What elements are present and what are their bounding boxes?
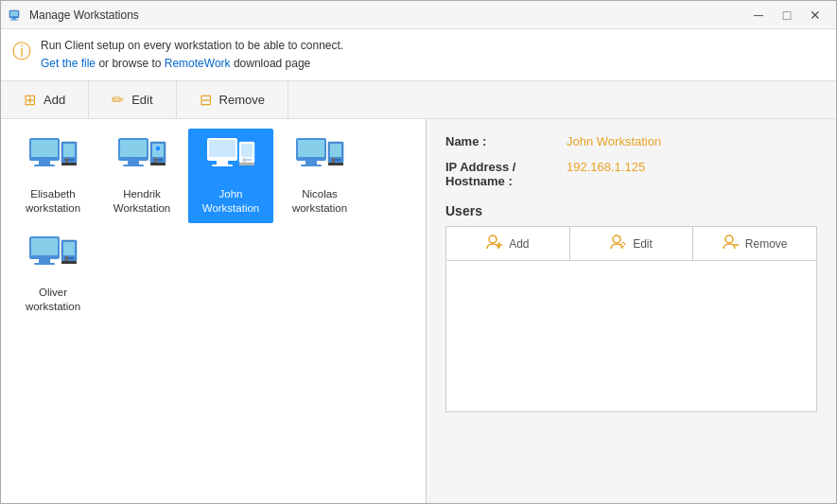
workstations-grid: Elisabethworkstation bbox=[10, 129, 416, 322]
workstations-panel: Elisabethworkstation bbox=[1, 119, 427, 503]
svg-rect-48 bbox=[65, 256, 68, 261]
svg-rect-14 bbox=[120, 140, 147, 157]
users-toolbar: Add Edit bbox=[445, 226, 817, 261]
svg-rect-46 bbox=[63, 242, 75, 255]
add-label: Add bbox=[44, 93, 65, 107]
svg-rect-21 bbox=[150, 163, 166, 165]
user-add-icon bbox=[486, 235, 503, 252]
info-message: Run Client setup on every workstation to… bbox=[41, 39, 343, 52]
svg-rect-43 bbox=[39, 259, 50, 263]
remove-icon: ⊟ bbox=[200, 91, 212, 109]
svg-rect-49 bbox=[61, 261, 77, 264]
users-edit-button[interactable]: Edit bbox=[570, 227, 694, 260]
svg-rect-12 bbox=[61, 163, 77, 165]
svg-rect-33 bbox=[298, 140, 324, 157]
workstation-label-hendrik: HendrikWorkstation bbox=[113, 187, 171, 216]
close-button[interactable]: ✕ bbox=[802, 5, 828, 26]
add-icon: ⊞ bbox=[24, 91, 36, 109]
edit-label: Edit bbox=[131, 93, 152, 107]
svg-rect-5 bbox=[31, 140, 58, 157]
workstation-label-john: JohnWorkstation bbox=[202, 187, 260, 216]
workstation-item-oliver[interactable]: Oliverworkstation bbox=[10, 227, 96, 322]
users-edit-label: Edit bbox=[633, 237, 653, 251]
svg-rect-42 bbox=[31, 238, 58, 255]
workstation-item-john[interactable]: JohnWorkstation bbox=[188, 129, 273, 223]
svg-rect-31 bbox=[239, 163, 254, 165]
svg-point-22 bbox=[155, 146, 161, 151]
remote-work-link[interactable]: RemoteWork bbox=[165, 57, 231, 70]
svg-rect-28 bbox=[241, 144, 253, 157]
info-icon: ⓘ bbox=[12, 39, 31, 64]
svg-rect-40 bbox=[328, 163, 343, 165]
svg-rect-3 bbox=[10, 19, 18, 20]
remove-label: Remove bbox=[219, 93, 265, 107]
svg-rect-37 bbox=[330, 144, 341, 157]
svg-rect-39 bbox=[332, 158, 335, 163]
users-remove-label: Remove bbox=[745, 237, 788, 251]
workstation-item-hendrik[interactable]: HendrikWorkstation bbox=[99, 129, 184, 223]
name-value: John Workstation bbox=[567, 134, 661, 148]
svg-point-53 bbox=[613, 235, 620, 243]
window-icon bbox=[9, 8, 24, 23]
svg-rect-30 bbox=[243, 158, 246, 163]
detail-panel: Name : John Workstation IP Address / Hos… bbox=[427, 119, 836, 503]
info-separator: or browse to bbox=[98, 57, 164, 70]
name-row: Name : John Workstation bbox=[445, 134, 817, 148]
info-suffix: download page bbox=[234, 57, 310, 70]
svg-rect-16 bbox=[123, 165, 144, 166]
info-text: Run Client setup on every workstation to… bbox=[41, 37, 343, 73]
edit-workstation-button[interactable]: ✏ Edit bbox=[89, 81, 176, 118]
remove-workstation-button[interactable]: ⊟ Remove bbox=[177, 81, 288, 118]
ip-value: 192.168.1.125 bbox=[567, 160, 645, 174]
svg-rect-15 bbox=[128, 161, 139, 165]
toolbar: ⊞ Add ✏ Edit ⊟ Remove bbox=[1, 81, 836, 119]
add-workstation-button[interactable]: ⊞ Add bbox=[1, 81, 89, 118]
minimize-button[interactable]: ─ bbox=[745, 5, 772, 26]
workstation-item-nicolas[interactable]: Nicolasworkstation bbox=[277, 129, 362, 223]
workstation-label-elisabeth: Elisabethworkstation bbox=[26, 187, 80, 216]
name-label: Name : bbox=[445, 134, 559, 148]
maximize-button[interactable]: □ bbox=[774, 5, 800, 26]
svg-rect-44 bbox=[34, 263, 55, 265]
svg-rect-25 bbox=[217, 161, 228, 165]
svg-point-50 bbox=[489, 235, 497, 243]
get-file-link[interactable]: Get the file bbox=[41, 57, 96, 70]
svg-rect-11 bbox=[65, 158, 68, 163]
edit-icon: ✏ bbox=[112, 91, 124, 109]
svg-rect-9 bbox=[63, 144, 75, 157]
workstation-icon-nicolas bbox=[293, 136, 346, 183]
workstation-icon-hendrik bbox=[115, 136, 168, 183]
svg-point-54 bbox=[725, 235, 733, 243]
window-controls: ─ □ ✕ bbox=[745, 5, 828, 26]
window-title: Manage Workstations bbox=[29, 9, 745, 22]
svg-rect-24 bbox=[209, 140, 235, 157]
title-bar: Manage Workstations ─ □ ✕ bbox=[1, 1, 836, 29]
main-content: Elisabethworkstation bbox=[1, 119, 836, 503]
user-remove-icon bbox=[723, 235, 740, 252]
info-bar: ⓘ Run Client setup on every workstation … bbox=[1, 29, 836, 81]
users-section: Users Add bbox=[445, 203, 817, 412]
workstation-label-nicolas: Nicolasworkstation bbox=[292, 187, 347, 216]
svg-rect-35 bbox=[301, 165, 322, 166]
users-remove-button[interactable]: Remove bbox=[693, 227, 816, 260]
svg-rect-26 bbox=[212, 165, 233, 166]
user-edit-icon bbox=[610, 235, 627, 252]
users-add-label: Add bbox=[509, 237, 529, 251]
workstation-label-oliver: Oliverworkstation bbox=[26, 286, 80, 314]
manage-workstations-window: Manage Workstations ─ □ ✕ ⓘ Run Client s… bbox=[0, 0, 837, 504]
svg-rect-1 bbox=[10, 11, 18, 16]
svg-rect-6 bbox=[39, 161, 50, 165]
svg-rect-34 bbox=[305, 161, 317, 165]
users-add-button[interactable]: Add bbox=[446, 227, 570, 260]
workstation-icon-john bbox=[204, 136, 257, 183]
svg-rect-7 bbox=[34, 165, 55, 166]
svg-rect-2 bbox=[12, 18, 16, 20]
users-list bbox=[445, 261, 817, 412]
workstation-icon-oliver bbox=[26, 235, 79, 282]
users-title: Users bbox=[445, 203, 817, 218]
workstation-item-elisabeth[interactable]: Elisabethworkstation bbox=[10, 129, 96, 223]
workstation-icon-elisabeth bbox=[26, 136, 79, 183]
svg-rect-20 bbox=[154, 158, 157, 163]
ip-row: IP Address / Hostname : 192.168.1.125 bbox=[445, 160, 817, 188]
ip-label: IP Address / Hostname : bbox=[445, 160, 559, 188]
